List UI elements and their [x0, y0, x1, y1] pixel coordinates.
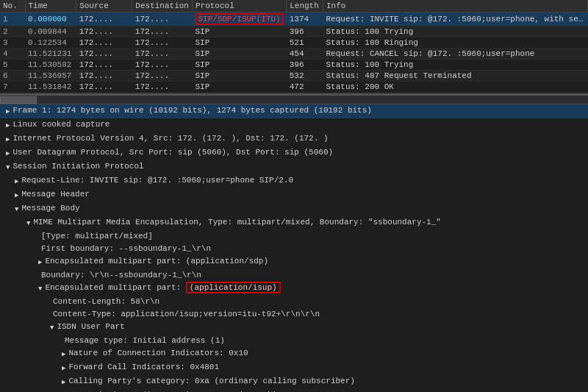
cell-protocol: SIP: [192, 60, 286, 71]
cell-0: 2: [0, 26, 25, 38]
cell-3: 172....: [132, 60, 193, 71]
expand-icon[interactable]: [15, 204, 18, 215]
cell-1: 0.122534: [25, 38, 76, 49]
col-header-protocol: Protocol: [192, 0, 286, 13]
detail-text: MIME Multipart Media Encapsulation, Type…: [33, 217, 441, 228]
expand-icon[interactable]: [6, 163, 10, 174]
cell-3: 172....: [132, 26, 193, 38]
cell-0: 5: [0, 60, 25, 71]
detail-text: ISDN User Part: [57, 321, 124, 332]
scrollbar-thumb[interactable]: [0, 96, 37, 104]
cell-info: Status: 487 Request Terminated: [323, 71, 588, 82]
cell-3: 172....: [132, 38, 193, 49]
collapse-icon[interactable]: [15, 177, 18, 188]
collapse-icon[interactable]: [6, 107, 10, 118]
detail-text: Message Header: [21, 189, 89, 200]
cell-length: 396: [287, 26, 323, 38]
cell-info: Status: 200 OK: [323, 82, 588, 93]
packet-list[interactable]: No. Time Source Destination Protocol Len…: [0, 0, 588, 96]
expand-icon[interactable]: [26, 218, 30, 229]
table-header: No. Time Source Destination Protocol Len…: [0, 0, 588, 13]
table-row[interactable]: 611.536957172....172....SIP532Status: 48…: [0, 71, 588, 82]
col-header-no: No.: [0, 0, 25, 13]
detail-text: Frame 1: 1274 bytes on wire (10192 bits)…: [12, 105, 371, 116]
detail-row[interactable]: Nature of Connection Indicators: 0x10: [0, 347, 588, 361]
protocol-highlight: (application/isup): [186, 282, 281, 293]
collapse-icon[interactable]: [62, 377, 65, 388]
collapse-icon[interactable]: [15, 190, 18, 202]
cell-3: 172....: [132, 82, 193, 93]
detail-row[interactable]: MIME Multipart Media Encapsulation, Type…: [0, 216, 588, 230]
cell-1: 0.000000: [25, 13, 76, 26]
cell-2: 172....: [76, 60, 132, 71]
detail-text: Linux cooked capture: [12, 119, 110, 130]
table-row[interactable]: 411.521231172....172....SIP454Request: C…: [0, 49, 588, 60]
cell-info: Status: 100 Trying: [323, 26, 588, 38]
cell-2: 172....: [76, 38, 132, 49]
detail-row[interactable]: ISDN User Part: [0, 321, 588, 335]
detail-text: Session Initiation Protocol: [12, 161, 143, 172]
cell-length: 532: [287, 71, 323, 82]
detail-row[interactable]: Frame 1: 1274 bytes on wire (10192 bits)…: [0, 104, 588, 118]
cell-protocol: SIP: [192, 26, 286, 38]
detail-text: Encapsulated multipart part: (applicatio…: [45, 256, 268, 267]
detail-text: Calling Party's category: 0xa (ordinary …: [68, 376, 354, 387]
cell-info: Status: 100 Trying: [323, 60, 588, 71]
cell-2: 172....: [76, 82, 132, 93]
detail-text: Content-Type: application/isup;version=i…: [53, 309, 320, 320]
table-row[interactable]: 511.530582172....172....SIP396Status: 10…: [0, 60, 588, 71]
cell-1: 11.530582: [25, 60, 76, 71]
detail-text: User Datagram Protocol, Src Port: sip (5…: [12, 147, 333, 158]
cell-protocol: SIP: [192, 82, 286, 93]
collapse-icon[interactable]: [38, 257, 42, 268]
cell-length: 454: [287, 49, 323, 60]
detail-row[interactable]: Encapsulated multipart part: (applicatio…: [0, 282, 588, 296]
detail-row[interactable]: Forward Call Indicators: 0x4801: [0, 361, 588, 375]
cell-3: 172....: [132, 13, 193, 26]
expand-icon[interactable]: [38, 284, 42, 295]
table-row[interactable]: 20.009844172....172....SIP396Status: 100…: [0, 26, 588, 38]
detail-row: Message type: Initial address (1): [0, 335, 588, 347]
detail-row[interactable]: Request-Line: INVITE sip: @172. :5060;us…: [0, 174, 588, 188]
col-header-length: Length: [287, 0, 323, 13]
col-header-source: Source: [76, 0, 132, 13]
horizontal-scrollbar[interactable]: [0, 96, 588, 104]
detail-row[interactable]: Internet Protocol Version 4, Src: 172. (…: [0, 132, 588, 146]
collapse-icon[interactable]: [62, 349, 65, 360]
detail-row[interactable]: Message Header: [0, 188, 588, 202]
collapse-icon[interactable]: [6, 121, 10, 132]
detail-row[interactable]: Session Initiation Protocol: [0, 160, 588, 174]
cell-length: 472: [287, 82, 323, 93]
packet-table: No. Time Source Destination Protocol Len…: [0, 0, 588, 96]
detail-row[interactable]: Message Body: [0, 202, 588, 216]
detail-row[interactable]: Transmission medium requirement: 0 (spee…: [0, 389, 588, 392]
expand-icon[interactable]: [50, 323, 54, 334]
cell-2: 172....: [76, 26, 132, 38]
detail-row[interactable]: User Datagram Protocol, Src Port: sip (5…: [0, 146, 588, 160]
detail-row: Content-Length: 58\r\n: [0, 296, 588, 308]
table-row[interactable]: 30.122534172....172....SIP521Status: 180…: [0, 38, 588, 49]
collapse-icon[interactable]: [6, 149, 10, 160]
detail-row[interactable]: Calling Party's category: 0xa (ordinary …: [0, 375, 588, 389]
cell-1: 11.536957: [25, 71, 76, 82]
detail-row: Content-Type: application/isup;version=i…: [0, 308, 588, 321]
cell-protocol: SIP/SDP/ISUP(ITU): [192, 13, 286, 26]
cell-0: 4: [0, 49, 25, 60]
detail-text: Content-Length: 58\r\n: [53, 296, 159, 307]
table-row[interactable]: 10.000000172....172....SIP/SDP/ISUP(ITU)…: [0, 13, 588, 26]
collapse-icon[interactable]: [62, 363, 65, 374]
detail-row[interactable]: Linux cooked capture: [0, 118, 588, 132]
detail-text: First boundary: --ssboundary-1_\r\n: [41, 243, 211, 254]
table-row[interactable]: 711.531842172....172....SIP472Status: 20…: [0, 82, 588, 93]
cell-length: 521: [287, 38, 323, 49]
cell-length: 396: [287, 60, 323, 71]
detail-row: [Type: multipart/mixed]: [0, 230, 588, 243]
cell-protocol: SIP: [192, 71, 286, 82]
detail-row[interactable]: Encapsulated multipart part: (applicatio…: [0, 255, 588, 269]
cell-1: 11.521231: [25, 49, 76, 60]
collapse-icon[interactable]: [6, 135, 10, 146]
cell-info: Request: CANCEL sip: @172. :5060;user=ph…: [323, 49, 588, 60]
detail-pane: Frame 1: 1274 bytes on wire (10192 bits)…: [0, 104, 588, 392]
cell-3: 172....: [132, 49, 193, 60]
detail-row: Boundary: \r\n--ssboundary-1_\r\n: [0, 269, 588, 282]
